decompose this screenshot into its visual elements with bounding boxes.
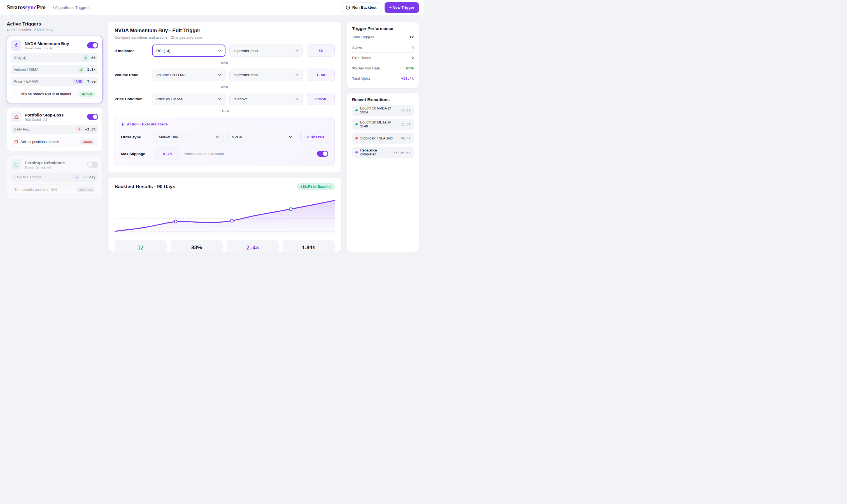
and-badge: AND	[73, 79, 84, 84]
card-titles: Portfolio Stop-Loss Risk Guard · All	[25, 112, 84, 121]
performance-label: Total Triggers	[352, 35, 374, 39]
row-label: Price Condition	[114, 97, 148, 101]
trigger-toggle[interactable]	[87, 42, 98, 49]
symbol-select[interactable]: NVDA	[227, 131, 296, 143]
trigger-name: NVDA Momentum Buy	[25, 41, 84, 46]
chevron-down-icon	[218, 98, 221, 100]
connector-label: AND	[221, 85, 228, 89]
execution-text: Bought 20 META @ $548	[360, 121, 396, 128]
condition-label: RSI(14)	[14, 56, 26, 60]
editor-title: NVDA Momentum Buy · Edit Trigger	[114, 28, 335, 34]
operator-lte-badge: ≤	[76, 126, 82, 132]
action-panel-title-row: Action · Execute Trade	[121, 122, 328, 126]
baseline-badge: +18.4% vs Baseline	[297, 183, 335, 191]
executions-title: Recent Executions	[352, 97, 414, 102]
card-header: NVDA Momentum Buy Momentum · Equity	[11, 40, 98, 51]
execution-time: 14:22	[401, 109, 410, 112]
indicator-select[interactable]: RSI (14)	[152, 44, 226, 57]
status-dot-purple	[355, 151, 358, 154]
symbol-select-value: NVDA	[232, 135, 242, 139]
condition-row: Volume / 20MA ≥ 1.8×	[11, 65, 98, 74]
condition-row: Price > EMA50 AND True	[11, 77, 98, 86]
stat-value: 12	[117, 245, 164, 251]
backtest-stats: 12 Triggers Fired 83% Win Rate 2.4× Prof…	[114, 240, 335, 252]
trigger-card-nvda-momentum-buy[interactable]: NVDA Momentum Buy Momentum · Equity RSI(…	[7, 36, 103, 103]
condition-value: True	[87, 79, 95, 84]
execution-item: Stop-loss: TSLA sold 09:42	[352, 133, 414, 144]
operator-select-value: is greater than	[234, 73, 258, 77]
execution-time: 11:04	[401, 123, 410, 126]
connector-label: AND	[221, 61, 228, 65]
trigger-meta: Risk Guard · All	[25, 118, 84, 121]
condition-editor-row: Volume Ratio Volume / 20D MA is greater …	[114, 69, 335, 81]
stat-value: 1.84s	[285, 245, 332, 251]
stat-profit-factor: 2.4× Profit Factor	[227, 240, 279, 252]
editor-subtitle: Configure conditions and actions · Chang…	[114, 35, 335, 39]
volume-ratio-select-value: Volume / 20D MA	[156, 73, 186, 77]
volume-ratio-select[interactable]: Volume / 20D MA	[152, 69, 226, 81]
backtest-title: Backtest Results · 90 Days	[114, 184, 297, 190]
chevron-down-icon	[218, 74, 221, 76]
backtest-panel: Backtest Results · 90 Days +18.4% vs Bas…	[108, 177, 342, 252]
operator-gte-badge: ≥	[83, 55, 89, 61]
trigger-editor-panel: NVDA Momentum Buy · Edit Trigger Configu…	[108, 21, 342, 173]
execution-time: 09:42	[401, 137, 410, 140]
quantity-input[interactable]: 50 shares	[300, 131, 328, 143]
operator-gte-badge: ≥	[78, 67, 84, 73]
trigger-card-earnings-rebalance[interactable]: Earnings Rebalance Event · Scheduled Day…	[7, 155, 103, 199]
home-icon	[11, 159, 21, 170]
stop-square-icon	[14, 140, 18, 144]
notification-toggle[interactable]	[317, 151, 328, 157]
trigger-action-row: Sell all positions to cash Guard	[11, 137, 98, 147]
condition-value: -1 day	[83, 175, 95, 179]
condition-editor-row: If Indicator RSI (14) is greater than 65	[114, 44, 335, 57]
trigger-card-portfolio-stop-loss[interactable]: Portfolio Stop-Loss Risk Guard · All Dai…	[7, 107, 103, 151]
performance-title: Trigger Performance	[352, 26, 414, 31]
condition-value: -3.5%	[85, 127, 95, 131]
run-backtest-button[interactable]: Run Backtest	[341, 2, 381, 13]
price-condition-select-value: Price vs EMA50	[156, 97, 183, 101]
operator-select[interactable]: is greater than	[229, 44, 303, 57]
action-text: Sell all positions to cash	[20, 140, 59, 144]
order-type-select[interactable]: Market Buy	[155, 131, 224, 143]
operator-select[interactable]: is greater than	[229, 69, 303, 81]
status-dot-green	[355, 109, 358, 111]
stat-avg-exec-time: 1.84s Avg Exec Time	[283, 240, 335, 252]
page-content: Active Triggers 4 of 12 enabled · 2 fire…	[0, 15, 423, 252]
threshold-input[interactable]: 65	[307, 44, 335, 57]
connector-label: THEN	[220, 109, 229, 112]
disabled-badge: Disabled	[76, 187, 95, 192]
condition-row: Daily P&L ≤ -3.5%	[11, 125, 98, 134]
performance-value: 83%	[406, 66, 414, 70]
performance-label: 90-Day Win Rate	[352, 66, 380, 70]
right-column: Trigger Performance Total Triggers 12 Ac…	[347, 21, 419, 252]
logo-part-1: Stratos	[7, 4, 25, 11]
condition-label: Daily P&L	[14, 127, 30, 131]
action-text: Trim volatile positions 10%	[14, 187, 57, 192]
trigger-toggle[interactable]	[87, 114, 98, 120]
row-label: Order Type	[121, 135, 151, 139]
app-root: StratossyncPro / Algorithmic Triggers Ru…	[0, 0, 423, 252]
new-trigger-button[interactable]: + New Trigger	[385, 2, 419, 13]
stat-value: 2.4×	[229, 245, 276, 251]
status-dot-red	[355, 137, 358, 140]
then-connector: THEN	[114, 109, 335, 112]
trigger-toggle[interactable]	[87, 162, 98, 168]
trigger-name: Portfolio Stop-Loss	[25, 112, 84, 117]
slippage-input[interactable]: 0.2%	[155, 147, 180, 160]
new-trigger-label: + New Trigger	[389, 5, 414, 10]
stat-win-rate: 83% Win Rate	[171, 240, 223, 252]
condition-editor-row: Price Condition Price vs EMA50 is above …	[114, 93, 335, 105]
price-condition-select[interactable]: Price vs EMA50	[152, 93, 226, 105]
trigger-name: Earnings Rebalance	[25, 160, 84, 165]
operator-select-value: is above	[234, 97, 248, 101]
guard-badge: Guard	[80, 140, 95, 144]
performance-value: 12	[409, 35, 414, 39]
threshold-input[interactable]: 1.8×	[307, 69, 335, 81]
operator-select[interactable]: is above	[229, 93, 303, 105]
execution-text: Bought 50 NVDA @ $924	[360, 106, 396, 114]
threshold-input[interactable]: EMA50	[307, 93, 335, 105]
logo-part-2: sync	[25, 4, 36, 11]
row-label: If Indicator	[114, 49, 148, 53]
execution-text: Rebalance completed	[360, 148, 388, 156]
